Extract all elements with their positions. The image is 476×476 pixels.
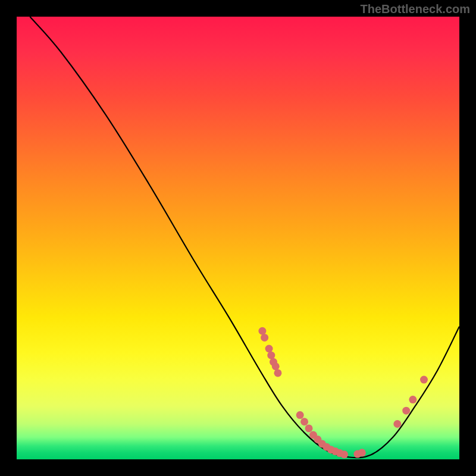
- data-point: [258, 327, 266, 335]
- data-points-group: [258, 327, 428, 459]
- data-point: [420, 376, 428, 384]
- plot-area: [17, 17, 459, 459]
- data-point: [296, 411, 304, 419]
- bottleneck-curve: [30, 17, 459, 458]
- data-point: [300, 418, 308, 425]
- data-point: [305, 424, 313, 432]
- data-point: [261, 334, 268, 342]
- data-point: [393, 420, 401, 428]
- data-point: [358, 449, 366, 456]
- watermark-text: TheBottleneck.com: [361, 2, 470, 16]
- data-point: [272, 362, 280, 370]
- data-point: [265, 345, 273, 353]
- data-point: [267, 352, 275, 359]
- chart-svg: [17, 17, 459, 459]
- data-point: [409, 396, 416, 403]
- data-point: [402, 407, 410, 415]
- data-point: [340, 450, 348, 458]
- data-point: [274, 369, 281, 377]
